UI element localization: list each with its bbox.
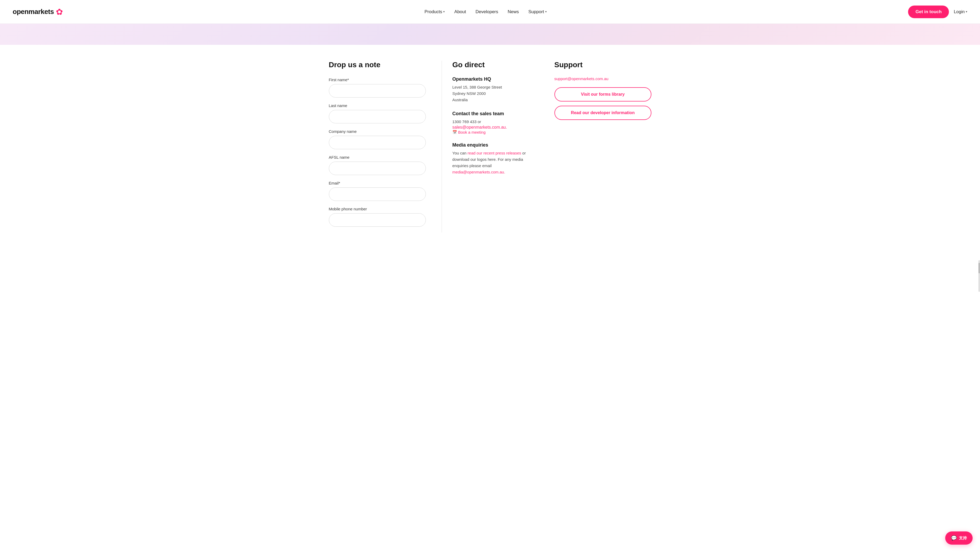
- media-heading: Media enquiries: [452, 142, 539, 148]
- first-name-input[interactable]: [329, 84, 426, 97]
- logo[interactable]: openmarkets ✿: [13, 7, 63, 17]
- nav-news[interactable]: News: [508, 9, 519, 14]
- sales-block: Contact the sales team 1300 769 433 or s…: [452, 111, 539, 134]
- login-button[interactable]: Login ▾: [954, 9, 967, 14]
- company-name-input[interactable]: [329, 136, 426, 149]
- email-input[interactable]: [329, 187, 426, 201]
- main-nav: openmarkets ✿ Products ▾ About Developer…: [0, 0, 980, 24]
- main-content: Drop us a note First name* Last name Com…: [316, 45, 664, 248]
- first-name-group: First name*: [329, 78, 426, 97]
- logo-flower-icon: ✿: [56, 7, 63, 17]
- hq-block: Openmarkets HQ Level 15, 388 George Stre…: [452, 77, 539, 103]
- chevron-down-icon: ▾: [966, 10, 967, 13]
- nav-actions: Get in touch Login ▾: [908, 6, 967, 18]
- hq-address-line3: Australia: [452, 97, 539, 103]
- sales-heading: Contact the sales team: [452, 111, 539, 116]
- media-text: You can read our recent press releases o…: [452, 150, 539, 175]
- phone-label: Mobile phone number: [329, 207, 426, 211]
- afsl-name-label: AFSL name: [329, 155, 426, 160]
- media-email-link[interactable]: media@openmarkets.com.au.: [452, 170, 505, 174]
- nav-support[interactable]: Support ▾: [528, 9, 547, 14]
- get-in-touch-button[interactable]: Get in touch: [908, 6, 949, 18]
- nav-about[interactable]: About: [454, 9, 466, 14]
- email-group: Email*: [329, 181, 426, 201]
- go-direct-section: Go direct Openmarkets HQ Level 15, 388 G…: [442, 61, 539, 233]
- contact-form-section: Drop us a note First name* Last name Com…: [329, 61, 426, 233]
- sales-email-link[interactable]: sales@openmarkets.com.au.: [452, 125, 507, 129]
- hq-address-line1: Level 15, 388 George Street: [452, 84, 539, 91]
- chevron-down-icon: ▾: [545, 10, 547, 13]
- developer-info-button[interactable]: Read our developer information: [554, 106, 651, 120]
- hq-heading: Openmarkets HQ: [452, 77, 539, 82]
- media-block: Media enquiries You can read our recent …: [452, 142, 539, 175]
- hero-band: [0, 24, 980, 45]
- company-name-label: Company name: [329, 129, 426, 134]
- logo-text: openmarkets: [13, 8, 54, 16]
- calendar-icon: 📅: [452, 130, 457, 134]
- book-meeting-link[interactable]: 📅 Book a meeting: [452, 130, 486, 134]
- first-name-label: First name*: [329, 78, 426, 82]
- hq-address-line2: Sydney NSW 2000: [452, 91, 539, 97]
- sales-phone: 1300 769 433 or: [452, 119, 539, 125]
- form-title: Drop us a note: [329, 61, 426, 69]
- chevron-down-icon: ▾: [443, 10, 445, 13]
- afsl-name-input[interactable]: [329, 161, 426, 175]
- afsl-name-group: AFSL name: [329, 155, 426, 175]
- phone-group: Mobile phone number: [329, 207, 426, 227]
- go-direct-title: Go direct: [452, 61, 539, 69]
- email-label: Email*: [329, 181, 426, 185]
- nav-developers[interactable]: Developers: [476, 9, 498, 14]
- last-name-input[interactable]: [329, 110, 426, 123]
- support-email-link[interactable]: support@openmarkets.com.au: [554, 77, 651, 81]
- support-section: Support support@openmarkets.com.au Visit…: [554, 61, 651, 233]
- last-name-label: Last name: [329, 103, 426, 108]
- phone-input[interactable]: [329, 213, 426, 227]
- last-name-group: Last name: [329, 103, 426, 123]
- nav-links: Products ▾ About Developers News Support…: [425, 9, 547, 14]
- nav-products[interactable]: Products ▾: [425, 9, 445, 14]
- company-name-group: Company name: [329, 129, 426, 149]
- forms-library-button[interactable]: Visit our forms library: [554, 87, 651, 102]
- press-releases-link[interactable]: read our recent press releases: [468, 151, 521, 155]
- support-title: Support: [554, 61, 651, 69]
